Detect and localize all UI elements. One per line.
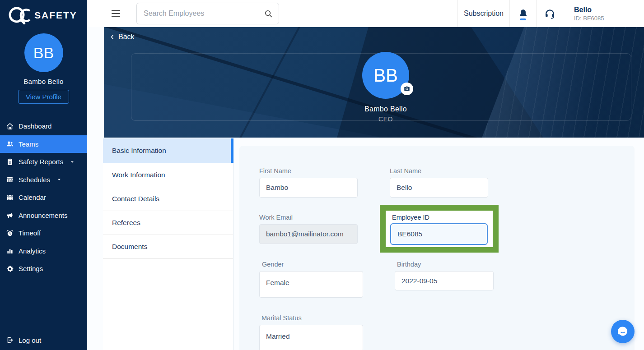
last-name-input[interactable] bbox=[390, 178, 488, 198]
profile-tabs: Basic Information Work Information Conta… bbox=[103, 138, 233, 350]
calendar-icon bbox=[6, 193, 14, 202]
chevron-down-icon bbox=[57, 177, 61, 182]
work-email-input bbox=[259, 224, 358, 244]
topbar-right: Subscription Bello ID: BE6085 bbox=[457, 0, 644, 27]
logout-button[interactable]: Log out bbox=[0, 331, 87, 349]
support-button[interactable] bbox=[536, 0, 563, 27]
birthday-input[interactable] bbox=[395, 271, 494, 290]
gender-label: Gender bbox=[262, 261, 363, 268]
change-photo-button[interactable] bbox=[401, 83, 413, 95]
chevron-down-icon bbox=[70, 160, 75, 164]
sidebar-item-label: Timeoff bbox=[19, 229, 41, 237]
sidebar-item-label: Analytics bbox=[19, 247, 46, 255]
birthday-label: Birthday bbox=[397, 261, 494, 268]
sidebar-item-dashboard[interactable]: Dashboard bbox=[0, 117, 87, 135]
tab-referees[interactable]: Referees bbox=[103, 211, 233, 235]
tab-contact-details[interactable]: Contact Details bbox=[103, 187, 233, 211]
app-logo: SAFETY bbox=[0, 0, 87, 26]
sidebar: SAFETY BB Bambo Bello View Profile Dashb… bbox=[0, 0, 87, 350]
headset-icon bbox=[544, 8, 555, 19]
logout-icon bbox=[6, 336, 14, 344]
sidebar-item-settings[interactable]: Settings bbox=[0, 260, 87, 278]
sidebar-item-safety-reports[interactable]: Safety Reports bbox=[0, 153, 87, 171]
users-icon bbox=[6, 140, 14, 148]
search-input[interactable] bbox=[136, 3, 279, 24]
topbar-user-id: ID: BE6085 bbox=[574, 15, 644, 22]
chat-widget-button[interactable] bbox=[611, 320, 635, 343]
tab-documents[interactable]: Documents bbox=[103, 235, 233, 259]
chevron-left-icon bbox=[109, 33, 116, 41]
hero-profile: BB Bambo Bello CEO bbox=[313, 52, 458, 123]
sidebar-nav: Dashboard Teams Safety Reports Schedules bbox=[0, 117, 87, 278]
last-name-label: Last Name bbox=[390, 167, 488, 175]
marital-status-select[interactable]: Married bbox=[259, 325, 363, 350]
sidebar-item-label: Teams bbox=[19, 140, 38, 148]
chart-icon bbox=[6, 247, 14, 255]
work-email-label: Work Email bbox=[259, 214, 358, 221]
sidebar-item-calendar[interactable]: Calendar bbox=[0, 189, 87, 207]
notifications-button[interactable] bbox=[509, 0, 536, 27]
logout-label: Log out bbox=[19, 336, 41, 344]
subscription-link[interactable]: Subscription bbox=[457, 0, 509, 27]
sidebar-item-label: Dashboard bbox=[19, 122, 51, 130]
tab-basic-information[interactable]: Basic Information bbox=[103, 138, 233, 163]
profile-name: Bambo Bello bbox=[313, 105, 458, 113]
employee-id-input[interactable] bbox=[390, 223, 488, 245]
search-icon[interactable] bbox=[263, 9, 273, 18]
chat-icon bbox=[616, 325, 630, 338]
employee-id-highlight-box: Employee ID bbox=[380, 205, 499, 253]
megaphone-icon bbox=[6, 211, 14, 219]
view-profile-button[interactable]: View Profile bbox=[18, 90, 69, 104]
basic-information-form: First Name Last Name Work Email Employee… bbox=[239, 146, 635, 350]
marital-status-label: Marital Status bbox=[261, 314, 363, 322]
back-button[interactable]: Back bbox=[109, 33, 135, 41]
profile-avatar: BB bbox=[362, 52, 409, 99]
topbar: Subscription Bello ID: BE6085 bbox=[87, 0, 644, 27]
qc-logo-icon bbox=[7, 5, 33, 26]
birthday-field: Birthday bbox=[397, 261, 494, 290]
gear-icon bbox=[6, 265, 14, 273]
avatar: BB bbox=[24, 33, 63, 72]
sidebar-item-label: Safety Reports bbox=[19, 158, 63, 166]
avatar-initials: BB bbox=[373, 65, 397, 86]
sidebar-item-analytics[interactable]: Analytics bbox=[0, 242, 87, 260]
work-email-field: Work Email bbox=[259, 214, 358, 244]
marital-status-field: Marital Status Married bbox=[261, 314, 363, 350]
employee-id-field: Employee ID bbox=[386, 211, 493, 247]
camera-icon bbox=[403, 85, 411, 92]
sidebar-user-name: Bambo Bello bbox=[0, 78, 87, 85]
first-name-field: First Name bbox=[259, 167, 358, 198]
sidebar-item-schedules[interactable]: Schedules bbox=[0, 171, 87, 189]
profile-hero-banner: Back BB Bambo Bello CEO bbox=[104, 27, 644, 138]
sidebar-item-label: Settings bbox=[19, 265, 43, 272]
profile-role: CEO bbox=[313, 115, 458, 123]
schedule-icon bbox=[6, 175, 14, 184]
alarm-icon bbox=[6, 229, 14, 237]
employee-id-label: Employee ID bbox=[392, 214, 429, 221]
back-label: Back bbox=[118, 33, 135, 41]
notification-badge bbox=[520, 18, 526, 20]
sidebar-item-label: Calendar bbox=[19, 193, 46, 201]
bell-icon bbox=[518, 8, 529, 19]
topbar-user[interactable]: Bello ID: BE6085 bbox=[563, 0, 644, 27]
last-name-field: Last Name bbox=[390, 167, 488, 198]
search-field bbox=[136, 3, 279, 24]
sidebar-item-label: Announcements bbox=[19, 212, 67, 219]
gender-select[interactable]: Female bbox=[259, 271, 363, 298]
gender-field: Gender Female bbox=[262, 261, 363, 298]
first-name-label: First Name bbox=[259, 167, 358, 175]
home-icon bbox=[6, 122, 14, 130]
sidebar-item-timeoff[interactable]: Timeoff bbox=[0, 224, 87, 242]
clipboard-icon bbox=[6, 158, 14, 166]
brand-name: SAFETY bbox=[34, 10, 77, 21]
topbar-user-name: Bello bbox=[574, 6, 644, 14]
menu-icon[interactable] bbox=[112, 10, 120, 17]
sidebar-item-teams[interactable]: Teams bbox=[0, 135, 87, 153]
tab-work-information[interactable]: Work Information bbox=[103, 163, 233, 187]
first-name-input[interactable] bbox=[259, 178, 358, 198]
sidebar-item-announcements[interactable]: Announcements bbox=[0, 207, 87, 225]
sidebar-item-label: Schedules bbox=[19, 176, 50, 184]
